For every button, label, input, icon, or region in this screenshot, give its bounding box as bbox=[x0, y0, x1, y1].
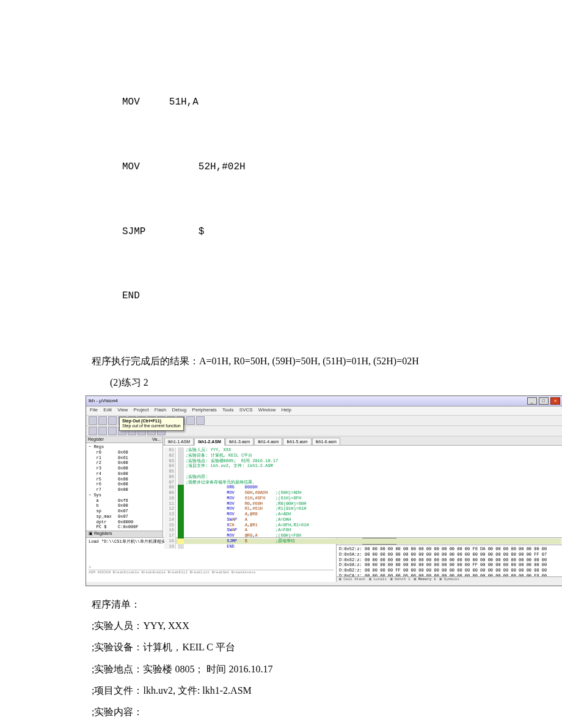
source-line: 01;实验人员: YYY, XXX bbox=[164, 447, 561, 453]
source-line: 18 SJMP $ ;原地等待 bbox=[164, 539, 561, 544]
tab-file[interactable]: lkh1-4.asm bbox=[254, 438, 282, 446]
exercise-label: (2)练习 2 bbox=[92, 372, 507, 393]
registers-tab[interactable]: ▣ Registers bbox=[86, 531, 162, 537]
regs-group: − Regs bbox=[89, 444, 160, 450]
source-line: 10 MOV 61H,#8FH ;(61H)=8FH bbox=[164, 496, 561, 501]
close-button[interactable]: × bbox=[550, 397, 560, 405]
source-line: 06;实验内容: bbox=[164, 474, 561, 480]
reg-row: r30x00 bbox=[89, 466, 160, 471]
minimize-button[interactable]: _ bbox=[527, 397, 537, 405]
menu-tools[interactable]: Tools bbox=[222, 407, 234, 413]
source-line: 12 MOV R1,#61H ;R1(01H)=61H bbox=[164, 506, 561, 512]
memory-row: D:0x9A:z: 00 00 00 00 00 00 00 00 00 00 … bbox=[339, 562, 560, 568]
tab-file[interactable]: lkh1-6.asm bbox=[312, 438, 340, 446]
code-line: END bbox=[122, 285, 507, 307]
menu-edit[interactable]: Edit bbox=[103, 407, 112, 413]
source-line: 11 MOV R0,#60H ;R0(00H)=60H bbox=[164, 501, 561, 507]
reg-row: b0x00 bbox=[89, 503, 160, 509]
reg-row: r40x00 bbox=[89, 471, 160, 477]
keil-window: lkh - µVision4 _ □ × File Edit View Proj… bbox=[86, 395, 562, 586]
toolbar-icon[interactable] bbox=[108, 416, 117, 425]
text-line: ;实验设备：计算机，KEIL C 平台 bbox=[92, 636, 507, 658]
tooltip: Step Out (Ctrl+F11) Step out of the curr… bbox=[119, 417, 184, 431]
toolbar-icon[interactable] bbox=[186, 416, 195, 425]
source-line: 07;观察并记录各存储单元的最终结果。 bbox=[164, 480, 561, 485]
toolbar-icon[interactable] bbox=[98, 416, 107, 425]
source-line: 02;实验设备: 计算机, KEIL C平台 bbox=[164, 453, 561, 458]
tab-file[interactable]: lkh1-1.ASM bbox=[164, 438, 194, 446]
reg-row: sp0x07 bbox=[89, 509, 160, 514]
reg-row: r00x60 bbox=[89, 450, 160, 455]
reg-row: r60x00 bbox=[89, 482, 160, 487]
listing-heading: 程序清单： bbox=[92, 594, 507, 615]
reg-row: r50x00 bbox=[89, 477, 160, 482]
tab-watch[interactable]: ▣ Watch 1 bbox=[390, 577, 410, 581]
tab-symbols[interactable]: ▣ Symbols bbox=[440, 577, 459, 581]
editor-body[interactable]: 01;实验人员: YYY, XXX02;实验设备: 计算机, KEIL C平台0… bbox=[163, 446, 562, 551]
text-line: ;观察并记录各存储单元的最终结果。 bbox=[92, 722, 507, 728]
reg-row: sp_max0x07 bbox=[89, 514, 160, 520]
reset-icon[interactable] bbox=[89, 427, 97, 435]
source-line: 13 MOV A,@R0 ;A=ADH bbox=[164, 512, 561, 517]
window-title: lkh - µVision4 bbox=[89, 398, 118, 404]
step-into-icon[interactable] bbox=[108, 427, 117, 435]
source-line: 16 SWAP A ;A=F8H bbox=[164, 528, 561, 533]
titlebar: lkh - µVision4 _ □ × bbox=[86, 396, 562, 406]
memory-tabs: ▣ Call Stack ▣ Locals ▣ Watch 1 ▣ Memory… bbox=[337, 576, 562, 582]
tab-callstack[interactable]: ▣ Call Stack bbox=[339, 577, 365, 581]
text-line: ;实验地点：实验楼 0805； 时间 2016.10.17 bbox=[92, 658, 507, 680]
text-line: ;项目文件：lkh.uv2, 文件: lkh1-2.ASM bbox=[92, 680, 507, 701]
tab-locals[interactable]: ▣ Locals bbox=[369, 577, 387, 581]
registers-panel: Register Va... − Regs r00x60 r10x61 r20x… bbox=[86, 436, 163, 537]
menu-file[interactable]: File bbox=[90, 407, 98, 413]
tab-file[interactable]: lkh1-2.ASM bbox=[194, 438, 225, 446]
reg-row: r20x00 bbox=[89, 460, 160, 466]
code-line: MOV 52H,#02H bbox=[122, 156, 507, 178]
menu-window[interactable]: Window bbox=[258, 407, 276, 413]
registers-header: Register bbox=[88, 437, 104, 442]
tab-file[interactable]: lkh1-5.asm bbox=[283, 438, 311, 446]
text-line: ;实验内容： bbox=[92, 701, 507, 722]
tooltip-title: Step Out (Ctrl+F11) bbox=[122, 419, 181, 424]
source-line: 04;项目文件: lkh.uv2, 文件: lkh1-2.ASM bbox=[164, 463, 561, 469]
registers-header-val: Va... bbox=[152, 437, 161, 442]
source-line: 17 MOV @R0,A ;(60H)=F8H bbox=[164, 533, 561, 539]
menu-view[interactable]: View bbox=[117, 407, 128, 413]
reg-row: PC $C:0x000F bbox=[89, 524, 160, 530]
result-text: 程序执行完成后的结果：A=01H, R0=50H, (59H)=50H, (51… bbox=[92, 350, 507, 372]
code-line: SJMP $ bbox=[122, 221, 507, 243]
reg-row: dptr0x0000 bbox=[89, 520, 160, 525]
reg-row: r70x00 bbox=[89, 487, 160, 493]
menu-flash[interactable]: Flash bbox=[155, 407, 167, 413]
tab-bar: lkh1-1.ASM lkh1-2.ASM lkh1-3.asm lkh1-4.… bbox=[163, 436, 562, 446]
tab-memory[interactable]: ▣ Memory 1 bbox=[414, 577, 436, 581]
source-line: 08 ORG 0000H bbox=[164, 485, 561, 490]
menu-help[interactable]: Help bbox=[282, 407, 291, 413]
reg-row: r10x61 bbox=[89, 455, 160, 461]
menu-debug[interactable]: Debug bbox=[172, 407, 187, 413]
menu-svcs[interactable]: SVCS bbox=[239, 407, 253, 413]
text-line: ;实验人员：YYY, XXX bbox=[92, 615, 507, 636]
memory-row: D:0x6A:z: 00 00 00 00 00 00 00 00 00 00 … bbox=[339, 552, 560, 557]
memory-row: D:0x82:z: 00 00 00 00 00 00 00 00 00 00 … bbox=[339, 557, 560, 563]
menu-peripherals[interactable]: Peripherals bbox=[192, 407, 216, 413]
tab-file[interactable]: lkh1-3.asm bbox=[225, 438, 254, 446]
editor-panel: lkh1-1.ASM lkh1-2.ASM lkh1-3.asm lkh1-4.… bbox=[163, 436, 562, 537]
maximize-button[interactable]: □ bbox=[539, 397, 549, 405]
menu-project[interactable]: Project bbox=[134, 407, 149, 413]
code-line: MOV 51H,A bbox=[122, 92, 507, 113]
source-line: 05 bbox=[164, 469, 561, 474]
menubar[interactable]: File Edit View Project Flash Debug Perip… bbox=[86, 406, 562, 416]
source-line: 09 MOV 60H,#0ADH ;(60H)=ADH bbox=[164, 490, 561, 496]
code-block-1: MOV 51H,A MOV 52H,#02H SJMP $ END bbox=[92, 49, 507, 350]
toolbar-icon[interactable] bbox=[89, 416, 97, 425]
source-line: 19 END bbox=[164, 544, 561, 550]
run-icon[interactable] bbox=[98, 427, 107, 435]
memory-row: D:0xB2:z: 00 00 00 00 FF 00 00 00 00 00 … bbox=[339, 568, 560, 573]
source-line: 03;实验地点: 实验楼0805; 时间 2016.10.17 bbox=[164, 458, 561, 464]
toolbar-icon[interactable] bbox=[196, 416, 205, 425]
reg-row: a0xf8 bbox=[89, 498, 160, 504]
tooltip-body: Step out of the current function bbox=[122, 424, 181, 428]
sys-group: − Sys bbox=[89, 493, 160, 498]
command-hints: ASM ASSIGN BreakDisable BreakEnable Brea… bbox=[89, 570, 334, 575]
